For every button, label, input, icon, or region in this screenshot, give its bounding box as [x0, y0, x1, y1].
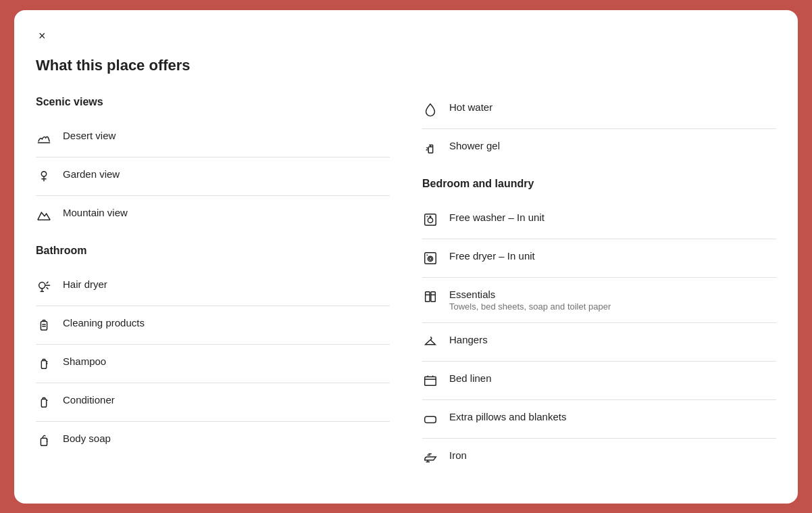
- cleaning-icon: [36, 317, 52, 333]
- svg-point-38: [428, 218, 432, 222]
- list-item: Garden view: [36, 157, 390, 196]
- free-washer-text: Free washer – In unit: [449, 212, 544, 223]
- free-dryer-text: Free dryer – In unit: [449, 250, 535, 262]
- list-item: Hair dryer: [36, 268, 390, 306]
- body-soap-text: Body soap: [63, 433, 111, 444]
- amenities-modal: × What this place offers Scenic views De…: [14, 10, 798, 504]
- svg-rect-45: [426, 291, 430, 301]
- cleaning-products-name: Cleaning products: [63, 317, 145, 328]
- list-item: Hot water: [422, 91, 776, 129]
- shower-gel-name: Shower gel: [449, 140, 500, 151]
- svg-rect-28: [41, 438, 47, 445]
- shampoo-icon: [36, 356, 52, 372]
- conditioner-text: Conditioner: [63, 394, 115, 406]
- svg-rect-49: [425, 376, 436, 385]
- list-item: Mountain view: [36, 196, 390, 234]
- list-item: Body soap: [36, 422, 390, 460]
- list-item: Conditioner: [36, 383, 390, 422]
- svg-rect-23: [41, 399, 46, 407]
- free-dryer-name: Free dryer – In unit: [449, 250, 535, 262]
- svg-rect-46: [431, 291, 435, 301]
- svg-line-35: [427, 147, 428, 149]
- desert-view-name: Desert view: [63, 130, 116, 141]
- section-bathroom: Bathroom Hair dryer: [36, 239, 390, 460]
- list-item: Hangers: [422, 323, 776, 362]
- list-item: Shower gel: [422, 129, 776, 167]
- svg-rect-41: [425, 252, 436, 264]
- iron-text: Iron: [449, 449, 467, 461]
- cleaning-products-text: Cleaning products: [63, 317, 145, 328]
- drop-icon: [422, 101, 438, 118]
- svg-rect-17: [41, 360, 46, 368]
- hot-water-text: Hot water: [449, 101, 492, 113]
- section-top-items: Hot water: [422, 91, 776, 167]
- list-item: Shampoo: [36, 345, 390, 383]
- svg-point-40: [430, 216, 430, 216]
- essentials-text: Essentials Towels, bed sheets, soap and …: [449, 289, 611, 312]
- shower-gel-text: Shower gel: [449, 140, 500, 151]
- svg-rect-53: [425, 416, 436, 422]
- list-item: Free dryer – In unit: [422, 239, 776, 278]
- essentials-name: Essentials: [449, 289, 611, 300]
- two-col-layout: Scenic views Desert view: [36, 91, 776, 482]
- garden-view-text: Garden view: [63, 168, 120, 180]
- hairdryer-icon: [36, 278, 52, 295]
- conditioner-name: Conditioner: [63, 394, 115, 406]
- hangers-name: Hangers: [449, 334, 488, 345]
- shampoo-name: Shampoo: [63, 356, 106, 367]
- washer-icon: [422, 212, 438, 228]
- essentials-sub: Towels, bed sheets, soap and toilet pape…: [449, 301, 611, 312]
- modal-title: What this place offers: [36, 57, 776, 74]
- mountain-icon: [36, 207, 52, 223]
- mountain-view-name: Mountain view: [63, 207, 128, 218]
- section-title-scenic-views: Scenic views: [36, 96, 390, 108]
- body-soap-name: Body soap: [63, 433, 111, 444]
- garden-icon: [36, 168, 52, 185]
- hot-water-name: Hot water: [449, 101, 492, 113]
- extra-pillows-name: Extra pillows and blankets: [449, 411, 566, 422]
- bed-linen-name: Bed linen: [449, 372, 492, 384]
- essentials-icon: [422, 289, 438, 305]
- extra-pillows-text: Extra pillows and blankets: [449, 411, 566, 422]
- list-item: Free washer – In unit: [422, 201, 776, 239]
- list-item: Essentials Towels, bed sheets, soap and …: [422, 278, 776, 323]
- conditioner-icon: [36, 394, 52, 410]
- mountain-view-text: Mountain view: [63, 207, 128, 218]
- svg-point-5: [39, 282, 45, 288]
- list-item: Cleaning products: [36, 306, 390, 345]
- shampoo-text: Shampoo: [63, 356, 106, 367]
- list-item: Iron: [422, 439, 776, 477]
- dryer-icon: [422, 250, 438, 266]
- section-title-bedroom-laundry: Bedroom and laundry: [422, 178, 776, 190]
- section-scenic-views: Scenic views Desert view: [36, 91, 390, 234]
- hair-dryer-text: Hair dryer: [63, 278, 107, 290]
- desert-view-text: Desert view: [63, 130, 116, 141]
- svg-rect-11: [41, 321, 47, 330]
- list-item: Bed linen: [422, 362, 776, 400]
- svg-line-10: [47, 287, 49, 289]
- iron-icon: [422, 449, 438, 466]
- body-soap-icon: [36, 433, 52, 449]
- list-item: Desert view: [36, 119, 390, 157]
- left-column: Scenic views Desert view: [36, 91, 390, 482]
- close-button[interactable]: ×: [36, 26, 49, 46]
- section-bedroom-laundry: Bedroom and laundry Free washer – In uni…: [422, 172, 776, 477]
- svg-rect-31: [428, 147, 432, 153]
- bedlinen-icon: [422, 372, 438, 389]
- hanger-icon: [422, 334, 438, 350]
- hair-dryer-name: Hair dryer: [63, 278, 107, 290]
- list-item: Extra pillows and blankets: [422, 400, 776, 439]
- svg-point-1: [41, 171, 46, 176]
- spray-icon: [422, 140, 438, 156]
- desert-icon: [36, 130, 52, 146]
- pillows-icon: [422, 411, 438, 427]
- bed-linen-text: Bed linen: [449, 372, 492, 384]
- svg-line-9: [47, 281, 49, 283]
- svg-point-43: [429, 258, 432, 260]
- free-washer-name: Free washer – In unit: [449, 212, 544, 223]
- hangers-text: Hangers: [449, 334, 488, 345]
- right-column: Hot water: [422, 91, 776, 482]
- section-title-bathroom: Bathroom: [36, 245, 390, 257]
- iron-name: Iron: [449, 449, 467, 461]
- garden-view-name: Garden view: [63, 168, 120, 180]
